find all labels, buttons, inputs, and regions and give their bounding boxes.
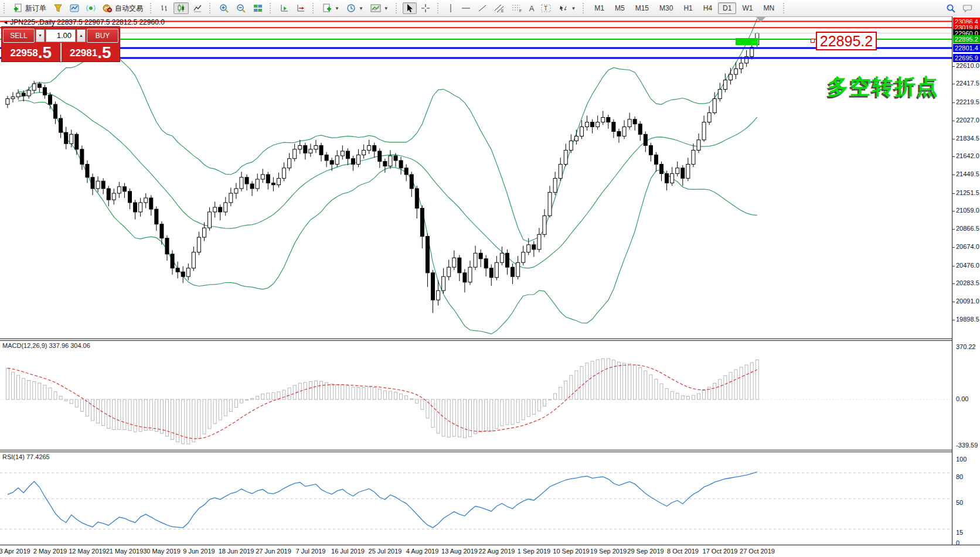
alerts-button[interactable] — [50, 2, 66, 14]
candle — [511, 264, 515, 284]
date-axis[interactable]: 23 Apr 20192 May 201912 May 201921 May 2… — [0, 545, 980, 557]
candle — [740, 57, 743, 74]
equidistant-channel-button[interactable]: E — [491, 2, 508, 14]
tf-m30-button[interactable]: M30 — [655, 2, 678, 14]
chart-shift-button[interactable] — [293, 2, 308, 14]
macd-histogram-bar — [750, 363, 753, 399]
indicators-button[interactable]: ▼ — [319, 2, 342, 14]
horizontal-line-button[interactable] — [458, 2, 474, 14]
collapse-triangle-icon[interactable]: ◄ — [3, 19, 8, 25]
macd-histogram-bar — [309, 381, 312, 399]
candle — [447, 259, 451, 280]
trendline-button[interactable] — [475, 2, 490, 14]
tf-h1-button[interactable]: H1 — [679, 2, 697, 14]
main-chart-canvas[interactable] — [0, 16, 952, 339]
macd-histogram-bar — [149, 399, 152, 430]
candle — [298, 140, 302, 154]
price-axis[interactable]: 22610.022417.522219.522027.021834.521642… — [952, 16, 980, 545]
tf-m15-button[interactable]: M15 — [631, 2, 654, 14]
signals-button[interactable] — [83, 2, 98, 14]
candle — [186, 264, 190, 281]
toolbar-grip[interactable] — [270, 3, 273, 13]
axis-tick — [952, 229, 955, 230]
tf-w1-button[interactable]: W1 — [737, 2, 757, 14]
macd-histogram-bar — [113, 399, 115, 430]
candle — [601, 111, 605, 125]
macd-histogram-bar — [288, 388, 291, 399]
toolbar-grip[interactable] — [209, 3, 213, 13]
toolbar-grip[interactable] — [312, 3, 316, 13]
tf-mn-button[interactable]: MN — [758, 2, 779, 14]
axis-tick-label: 20476.0 — [956, 262, 979, 269]
volume-increment-button[interactable]: ▲ — [77, 29, 86, 42]
rsi-value: 77.4265 — [26, 453, 50, 460]
new-order-label: 新订单 — [25, 4, 46, 13]
candle — [596, 115, 600, 129]
macd-histogram-bar — [293, 385, 296, 399]
autotrading-button[interactable]: 自动交易 — [100, 2, 146, 14]
candle — [404, 164, 408, 181]
toolbar-grip[interactable] — [583, 3, 586, 13]
toolbar-grip[interactable] — [150, 3, 154, 13]
tf-m1-button[interactable]: M1 — [590, 2, 609, 14]
macd-histogram-bar — [665, 388, 668, 399]
toolbar-grip[interactable] — [396, 3, 399, 13]
candle — [277, 173, 280, 188]
tf-m5-button[interactable]: M5 — [610, 2, 629, 14]
line-chart-button[interactable] — [190, 2, 205, 14]
text-label-button[interactable]: T — [538, 2, 554, 14]
zoom-out-button[interactable] — [233, 2, 249, 14]
macd-histogram-bar — [240, 399, 243, 403]
toolbar-grip[interactable] — [783, 3, 787, 13]
breakout-highlight-rect[interactable] — [736, 38, 758, 45]
sell-button[interactable]: SELL — [3, 29, 35, 43]
arrows-button[interactable]: ▼ — [556, 2, 579, 14]
fibonacci-button[interactable]: F — [509, 2, 525, 14]
buy-button[interactable]: BUY — [87, 29, 118, 43]
macd-histogram-bar — [17, 375, 20, 399]
candle — [319, 143, 323, 162]
new-order-button[interactable]: 新订单 — [11, 2, 49, 14]
price-annotation-box[interactable]: 22895.2 — [816, 32, 877, 50]
one-click-controls: SELL ▼ 1.00 ▲ BUY — [2, 27, 120, 43]
vertical-line-button[interactable] — [444, 2, 457, 14]
zoom-in-button[interactable] — [216, 2, 232, 14]
candle — [271, 177, 275, 192]
date-axis-label: 8 Oct 2019 — [667, 548, 699, 555]
cursor-button[interactable] — [403, 2, 417, 14]
macd-canvas[interactable] — [0, 341, 952, 450]
axis-tick-label: 0.00 — [956, 395, 968, 402]
candlestick-chart-button[interactable] — [173, 2, 189, 14]
tile-windows-button[interactable] — [250, 2, 266, 14]
buy-price[interactable]: 22981 .5 — [62, 43, 120, 61]
text-button[interactable]: A — [526, 2, 537, 14]
auto-scroll-button[interactable] — [277, 2, 292, 14]
candle — [112, 189, 115, 204]
axis-tick — [952, 121, 955, 121]
macd-histogram-bar — [405, 396, 408, 399]
volume-input[interactable]: 1.00 — [46, 29, 76, 42]
bar-chart-button[interactable] — [157, 2, 172, 14]
candle — [197, 231, 200, 255]
tf-d1-button[interactable]: D1 — [718, 2, 736, 14]
chart-window-button[interactable] — [67, 2, 82, 14]
candle — [415, 186, 418, 218]
toolbar-grip[interactable] — [437, 3, 441, 13]
search-button[interactable] — [943, 2, 959, 14]
templates-button[interactable]: ▼ — [368, 2, 392, 14]
periods-button[interactable]: ▼ — [343, 2, 366, 14]
toolbar-grip[interactable] — [4, 3, 7, 13]
macd-histogram-bar — [745, 365, 748, 399]
candle — [107, 186, 110, 206]
candle — [474, 245, 477, 270]
tf-h4-button[interactable]: H4 — [699, 2, 717, 14]
crosshair-button[interactable] — [418, 2, 433, 14]
price-flag-anchor[interactable] — [811, 39, 815, 43]
chart-shift-marker[interactable] — [756, 17, 765, 22]
chat-button[interactable] — [960, 2, 976, 14]
macd-histogram-bar — [474, 399, 477, 434]
macd-histogram-bar — [596, 360, 599, 399]
rsi-canvas[interactable] — [0, 452, 952, 545]
sell-price[interactable]: 22958 .5 — [2, 43, 62, 61]
volume-decrement-button[interactable]: ▼ — [36, 29, 45, 42]
